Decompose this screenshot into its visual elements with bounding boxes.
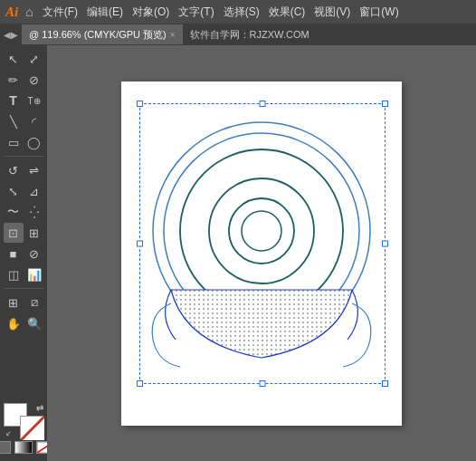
color-swatches: ⇄ ↙ — [4, 403, 43, 439]
pen-tool[interactable]: ✏ — [4, 70, 24, 90]
eyedropper-tool[interactable]: ⊘ — [24, 244, 44, 264]
menu-effect[interactable]: 效果(C) — [269, 5, 306, 20]
svg-point-6 — [180, 149, 343, 312]
slice-tool[interactable]: ⧄ — [24, 293, 44, 312]
menu-type[interactable]: 文字(T) — [178, 5, 214, 20]
pencil-tool[interactable]: ⊘ — [24, 70, 44, 90]
hand-tool[interactable]: ✋ — [4, 313, 24, 333]
selection-tool[interactable]: ↖ — [4, 49, 24, 69]
chart-tool[interactable]: 📊 — [24, 264, 44, 284]
gradient-mode-button[interactable] — [14, 441, 33, 454]
color-mode-row — [0, 441, 54, 454]
tab-collapse-button[interactable]: ◀▶ — [4, 30, 18, 40]
default-colors-icon[interactable]: ↙ — [5, 429, 12, 437]
rotate-tool[interactable]: ↺ — [4, 160, 24, 180]
app-logo: Ai — [5, 5, 18, 20]
width-tool[interactable]: ⁛ — [24, 202, 44, 222]
artboard-tool[interactable]: ⊞ — [4, 293, 24, 312]
tab-bar: ◀▶ @ 119.66% (CMYK/GPU 预览) × 软件自学网：RJZXW… — [0, 24, 476, 45]
mesh-tool[interactable]: ⊞ — [24, 223, 44, 243]
line-tool[interactable]: ╲ — [4, 111, 24, 131]
menu-view[interactable]: 视图(V) — [314, 5, 350, 20]
canvas-area[interactable] — [47, 45, 476, 461]
color-mode-button[interactable] — [0, 441, 11, 454]
arc-tool[interactable]: ◜ — [24, 111, 44, 131]
color-section: ⇄ ↙ — [2, 403, 45, 457]
tab-secondary[interactable]: 软件自学网：RJZXW.COM — [183, 25, 317, 44]
tab-active[interactable]: @ 119.66% (CMYK/GPU 预览) × — [22, 24, 183, 44]
direct-selection-tool[interactable]: ⤢ — [24, 49, 44, 69]
rectangle-tool[interactable]: ▭ — [4, 132, 24, 152]
swap-colors-icon[interactable]: ⇄ — [36, 403, 43, 413]
touch-type-tool[interactable]: T⊕ — [24, 91, 44, 110]
toolbar-separator-2 — [4, 288, 43, 289]
scale-tool[interactable]: ⤡ — [4, 181, 24, 201]
tab-close-button[interactable]: × — [170, 30, 176, 40]
artboard — [121, 82, 402, 426]
menu-object[interactable]: 对象(O) — [132, 5, 169, 20]
free-distort-tool[interactable]: ⊡ — [4, 223, 24, 243]
artwork-svg — [121, 82, 402, 426]
menu-edit[interactable]: 编辑(E) — [87, 5, 123, 20]
main-area: ↖ ⤢ ✏ ⊘ T T⊕ ╲ ◜ ▭ ◯ ↺ ⇌ ⤡ ⊿ 〜 ⁛ — [0, 45, 476, 461]
menu-bar: Ai ⌂ 文件(F) 编辑(E) 对象(O) 文字(T) 选择(S) 效果(C)… — [0, 0, 476, 24]
left-toolbar: ↖ ⤢ ✏ ⊘ T T⊕ ╲ ◜ ▭ ◯ ↺ ⇌ ⤡ ⊿ 〜 ⁛ — [0, 45, 47, 461]
menu-items: 文件(F) 编辑(E) 对象(O) 文字(T) 选择(S) 效果(C) 视图(V… — [43, 5, 399, 20]
svg-point-8 — [229, 198, 294, 264]
menu-select[interactable]: 选择(S) — [224, 5, 260, 20]
type-tool[interactable]: T — [4, 91, 24, 110]
ellipse-tool[interactable]: ◯ — [24, 132, 44, 152]
zoom-tool[interactable]: 🔍 — [24, 313, 44, 333]
gradient-tool[interactable]: ■ — [4, 244, 24, 264]
menu-window[interactable]: 窗口(W) — [359, 5, 398, 20]
shear-tool[interactable]: ⊿ — [24, 181, 44, 201]
toolbar-separator-1 — [4, 156, 43, 157]
reflect-tool[interactable]: ⇌ — [24, 160, 44, 180]
fill-color-swatch[interactable] — [20, 416, 43, 439]
home-icon[interactable]: ⌂ — [25, 5, 33, 19]
menu-file[interactable]: 文件(F) — [43, 5, 78, 20]
svg-point-7 — [209, 178, 314, 283]
svg-point-9 — [242, 211, 281, 251]
warp-tool[interactable]: 〜 — [4, 202, 24, 222]
tab-active-label: @ 119.66% (CMYK/GPU 预览) — [29, 28, 167, 42]
blend-tool[interactable]: ◫ — [4, 264, 24, 284]
